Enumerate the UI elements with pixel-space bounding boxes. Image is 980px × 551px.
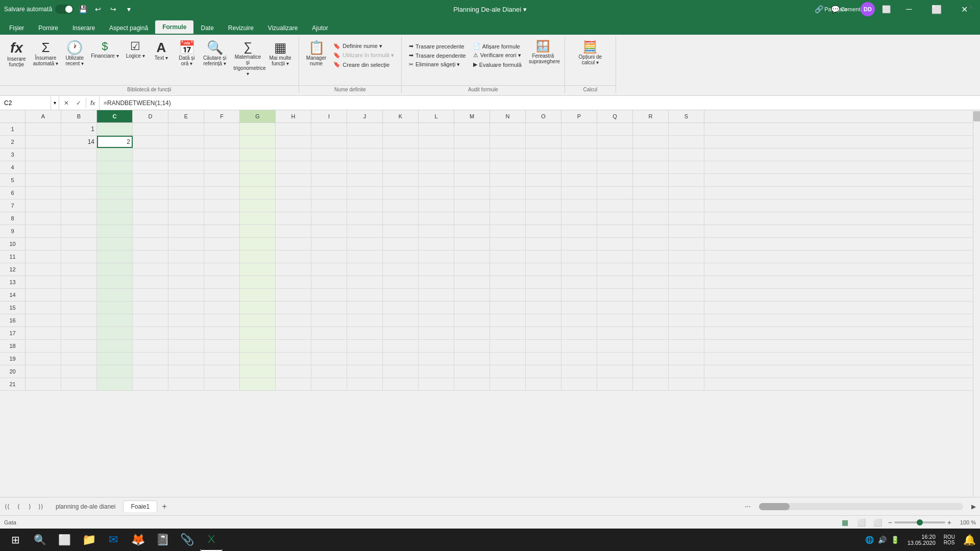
- cell-H18[interactable]: [276, 340, 311, 352]
- cell-M10[interactable]: [454, 238, 490, 250]
- cell-K5[interactable]: [383, 174, 419, 186]
- tab-fisier[interactable]: Fișier: [2, 21, 31, 35]
- cell-O19[interactable]: [526, 353, 561, 365]
- cell-C1[interactable]: [97, 123, 133, 135]
- tab-pornire[interactable]: Pornire: [31, 21, 65, 35]
- cell-D5[interactable]: [133, 174, 168, 186]
- cell-E11[interactable]: [168, 251, 204, 263]
- cell-C13[interactable]: [97, 276, 133, 288]
- cell-S16[interactable]: [669, 314, 704, 327]
- cell-R19[interactable]: [633, 353, 669, 365]
- cell-O11[interactable]: [526, 251, 561, 263]
- cell-A1[interactable]: [26, 123, 61, 135]
- ribbon-display-button[interactable]: ⬜: [879, 2, 893, 16]
- cell-A18[interactable]: [26, 340, 61, 352]
- row-header-17[interactable]: 17: [0, 327, 26, 339]
- cell-B14[interactable]: [61, 289, 97, 301]
- ribbon-collapse-button[interactable]: ∧: [966, 2, 976, 12]
- cell-N5[interactable]: [490, 174, 526, 186]
- cell-R14[interactable]: [633, 289, 669, 301]
- cell-C11[interactable]: [97, 251, 133, 263]
- cell-G13[interactable]: [240, 276, 276, 288]
- cell-F15[interactable]: [204, 302, 240, 314]
- col-header-G[interactable]: G: [240, 110, 276, 122]
- cell-F14[interactable]: [204, 289, 240, 301]
- cell-R7[interactable]: [633, 199, 669, 212]
- cell-R5[interactable]: [633, 174, 669, 186]
- cell-J5[interactable]: [347, 174, 383, 186]
- cell-F4[interactable]: [204, 161, 240, 173]
- cell-L1[interactable]: [419, 123, 454, 135]
- cell-B21[interactable]: [61, 378, 97, 390]
- cell-D15[interactable]: [133, 302, 168, 314]
- cell-A2[interactable]: [26, 136, 61, 148]
- cell-P6[interactable]: [561, 187, 597, 199]
- cell-S12[interactable]: [669, 263, 704, 276]
- cell-H6[interactable]: [276, 187, 311, 199]
- insumare-automata-button[interactable]: Σ Însumareautomată ▾: [30, 39, 61, 68]
- cell-D17[interactable]: [133, 327, 168, 339]
- cell-G10[interactable]: [240, 238, 276, 250]
- cell-B4[interactable]: [61, 161, 97, 173]
- cell-E17[interactable]: [168, 327, 204, 339]
- row-header-21[interactable]: 21: [0, 378, 26, 390]
- cell-E4[interactable]: [168, 161, 204, 173]
- cell-Q12[interactable]: [597, 263, 633, 276]
- cell-O10[interactable]: [526, 238, 561, 250]
- zoom-out-button[interactable]: −: [888, 518, 892, 527]
- cell-G18[interactable]: [240, 340, 276, 352]
- insert-function-button[interactable]: fx: [86, 96, 100, 110]
- cell-O12[interactable]: [526, 263, 561, 276]
- cell-P13[interactable]: [561, 276, 597, 288]
- cell-G6[interactable]: [240, 187, 276, 199]
- excel-app[interactable]: X: [200, 529, 223, 551]
- cell-M12[interactable]: [454, 263, 490, 276]
- cell-H7[interactable]: [276, 199, 311, 212]
- cell-A12[interactable]: [26, 263, 61, 276]
- row-header-11[interactable]: 11: [0, 251, 26, 263]
- cell-D6[interactable]: [133, 187, 168, 199]
- cell-G16[interactable]: [240, 314, 276, 327]
- name-box[interactable]: C2: [0, 96, 51, 110]
- cell-Q2[interactable]: [597, 136, 633, 148]
- cell-L9[interactable]: [419, 225, 454, 237]
- cell-J6[interactable]: [347, 187, 383, 199]
- cell-E1[interactable]: [168, 123, 204, 135]
- cell-P1[interactable]: [561, 123, 597, 135]
- cell-I8[interactable]: [311, 212, 347, 224]
- cell-S2[interactable]: [669, 136, 704, 148]
- cell-M13[interactable]: [454, 276, 490, 288]
- row-header-3[interactable]: 3: [0, 148, 26, 161]
- col-header-K[interactable]: K: [383, 110, 419, 122]
- cell-E6[interactable]: [168, 187, 204, 199]
- cell-L15[interactable]: [419, 302, 454, 314]
- cell-N7[interactable]: [490, 199, 526, 212]
- cell-J19[interactable]: [347, 353, 383, 365]
- cell-E13[interactable]: [168, 276, 204, 288]
- cell-G1[interactable]: [240, 123, 276, 135]
- cell-K12[interactable]: [383, 263, 419, 276]
- cell-I16[interactable]: [311, 314, 347, 327]
- cell-R3[interactable]: [633, 148, 669, 161]
- cell-I18[interactable]: [311, 340, 347, 352]
- notification-button[interactable]: 🔔: [963, 534, 976, 546]
- cell-K17[interactable]: [383, 327, 419, 339]
- cell-A20[interactable]: [26, 365, 61, 378]
- cell-I17[interactable]: [311, 327, 347, 339]
- cell-F8[interactable]: [204, 212, 240, 224]
- cell-I14[interactable]: [311, 289, 347, 301]
- cell-P18[interactable]: [561, 340, 597, 352]
- cell-D7[interactable]: [133, 199, 168, 212]
- cell-B6[interactable]: [61, 187, 97, 199]
- redo-button[interactable]: ↪: [107, 3, 119, 15]
- cell-H13[interactable]: [276, 276, 311, 288]
- cell-Q13[interactable]: [597, 276, 633, 288]
- cell-K13[interactable]: [383, 276, 419, 288]
- cell-H12[interactable]: [276, 263, 311, 276]
- cell-Q7[interactable]: [597, 199, 633, 212]
- cell-L18[interactable]: [419, 340, 454, 352]
- cell-R6[interactable]: [633, 187, 669, 199]
- cell-N17[interactable]: [490, 327, 526, 339]
- cell-E2[interactable]: [168, 136, 204, 148]
- cell-S10[interactable]: [669, 238, 704, 250]
